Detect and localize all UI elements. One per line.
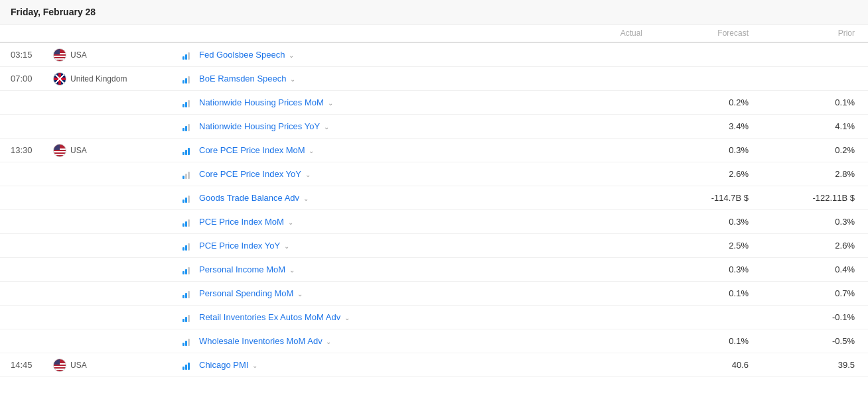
event-forecast: 0.3% <box>656 217 762 227</box>
usa-flag-icon <box>53 144 66 157</box>
col-event-header <box>199 29 549 38</box>
event-impact <box>173 313 199 322</box>
impact-bar-2 <box>185 317 187 322</box>
col-impact-header <box>173 29 199 38</box>
impact-bar-2 <box>185 78 187 84</box>
event-time: 13:30 <box>0 145 53 155</box>
impact-bar-1 <box>182 247 184 251</box>
table-row: 03:15 USA Fed Goolsbee Speech ⌄ <box>0 43 868 67</box>
impact-bars <box>182 265 190 274</box>
event-impact <box>173 217 199 227</box>
country-name: USA <box>70 146 87 155</box>
impact-bars <box>182 194 190 203</box>
event-prior: 0.3% <box>762 217 868 227</box>
column-headers: Actual Forecast Prior <box>0 25 868 43</box>
event-impact <box>173 74 199 84</box>
event-country: USA <box>53 359 173 372</box>
table-row: Goods Trade Balance Adv ⌄ -114.7B $ -122… <box>0 186 868 210</box>
table-row: Nationwide Housing Prices MoM ⌄ 0.2% 0.1… <box>0 91 868 115</box>
table-row: PCE Price Index MoM ⌄ 0.3% 0.3% <box>0 210 868 234</box>
event-forecast: 0.2% <box>656 97 762 107</box>
event-name[interactable]: BoE Ramsden Speech ⌄ <box>199 74 549 84</box>
col-time-header <box>0 29 53 38</box>
event-name[interactable]: Goods Trade Balance Adv ⌄ <box>199 193 549 203</box>
event-impact <box>173 289 199 298</box>
date-header: Friday, February 28 <box>0 0 868 25</box>
chevron-down-icon: ⌄ <box>307 147 315 154</box>
event-forecast: 40.6 <box>656 360 762 370</box>
event-name[interactable]: Nationwide Housing Prices YoY ⌄ <box>199 121 549 131</box>
event-prior: -0.5% <box>762 336 868 346</box>
table-row: Wholesale Inventories MoM Adv ⌄ 0.1% -0.… <box>0 329 868 353</box>
event-prior: 0.1% <box>762 97 868 107</box>
event-name[interactable]: Wholesale Inventories MoM Adv ⌄ <box>199 336 549 346</box>
impact-bar-1 <box>182 104 184 107</box>
impact-bar-3 <box>188 148 190 155</box>
event-name[interactable]: PCE Price Index MoM ⌄ <box>199 217 549 227</box>
event-name[interactable]: Core PCE Price Index YoY ⌄ <box>199 169 549 179</box>
impact-bar-3 <box>188 52 190 60</box>
impact-bar-3 <box>188 291 190 298</box>
impact-bar-3 <box>188 243 190 251</box>
impact-bar-2 <box>185 341 187 346</box>
event-name[interactable]: Fed Goolsbee Speech ⌄ <box>199 50 549 60</box>
chevron-down-icon: ⌄ <box>286 219 293 226</box>
usa-flag-icon <box>53 359 66 372</box>
event-name[interactable]: Core PCE Price Index MoM ⌄ <box>199 145 549 155</box>
impact-bar-1 <box>182 152 184 155</box>
table-row: Personal Spending MoM ⌄ 0.1% 0.7% <box>0 282 868 306</box>
event-time: 03:15 <box>0 50 53 60</box>
event-forecast: 0.1% <box>656 288 762 298</box>
event-forecast: 0.3% <box>656 264 762 274</box>
col-prior-header: Prior <box>762 29 868 38</box>
impact-bars <box>182 146 190 155</box>
impact-bar-1 <box>182 80 184 84</box>
impact-bar-3 <box>188 172 190 179</box>
impact-bar-1 <box>182 295 184 298</box>
event-impact <box>173 194 199 203</box>
event-name[interactable]: Retail Inventories Ex Autos MoM Adv ⌄ <box>199 312 549 322</box>
event-forecast: 0.1% <box>656 336 762 346</box>
event-prior: 2.6% <box>762 241 868 251</box>
chevron-down-icon: ⌄ <box>342 314 350 321</box>
table-row: Personal Income MoM ⌄ 0.3% 0.4% <box>0 258 868 282</box>
event-name[interactable]: Personal Income MoM ⌄ <box>199 264 549 274</box>
impact-bar-2 <box>185 174 187 179</box>
impact-bar-2 <box>185 198 187 203</box>
uk-flag-icon <box>53 72 66 86</box>
table-row: 14:45 USA Chicago PMI ⌄ 40.6 39.5 <box>0 353 868 377</box>
impact-bars <box>182 217 190 227</box>
event-country: United Kingdom <box>53 72 173 86</box>
impact-bar-2 <box>185 293 187 298</box>
chevron-down-icon: ⌄ <box>325 338 332 345</box>
impact-bar-3 <box>188 100 190 107</box>
impact-bar-2 <box>185 150 187 155</box>
event-name[interactable]: Personal Spending MoM ⌄ <box>199 288 549 298</box>
event-name[interactable]: PCE Price Index YoY ⌄ <box>199 241 549 251</box>
main-container: Friday, February 28 Actual Forecast Prio… <box>0 0 868 405</box>
chevron-down-icon: ⌄ <box>303 171 311 178</box>
impact-bar-3 <box>188 196 190 203</box>
event-prior: 2.8% <box>762 169 868 179</box>
impact-bars <box>182 98 190 107</box>
table-row: PCE Price Index YoY ⌄ 2.5% 2.6% <box>0 234 868 258</box>
impact-bar-1 <box>182 223 184 227</box>
chevron-down-icon: ⌄ <box>289 76 296 83</box>
impact-bars <box>182 337 190 346</box>
event-name[interactable]: Nationwide Housing Prices MoM ⌄ <box>199 97 549 107</box>
col-forecast-header: Forecast <box>656 29 762 38</box>
chevron-down-icon: ⌄ <box>322 123 329 131</box>
impact-bar-2 <box>185 221 187 227</box>
event-time: 07:00 <box>0 74 53 84</box>
event-prior: 0.7% <box>762 288 868 298</box>
usa-flag-icon <box>53 48 66 62</box>
event-name[interactable]: Chicago PMI ⌄ <box>199 360 549 370</box>
event-impact <box>173 170 199 179</box>
impact-bars <box>182 170 190 179</box>
event-impact <box>173 361 199 370</box>
event-impact <box>173 50 199 60</box>
impact-bars <box>182 241 190 251</box>
impact-bar-1 <box>182 56 184 60</box>
table-row: Nationwide Housing Prices YoY ⌄ 3.4% 4.1… <box>0 115 868 139</box>
col-actual-header: Actual <box>549 29 656 38</box>
